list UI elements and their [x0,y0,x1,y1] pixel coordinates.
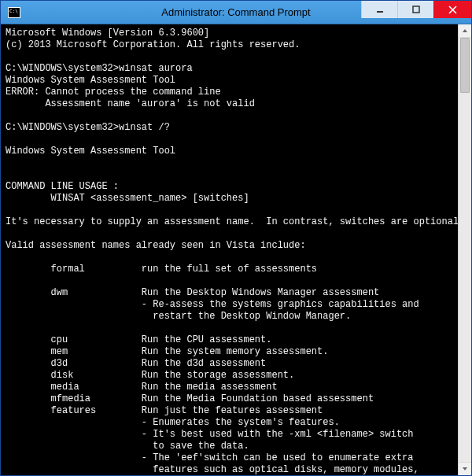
console-output[interactable]: Microsoft Windows [Version 6.3.9600] (c)… [1,24,458,475]
app-icon [6,4,23,21]
scroll-up-button[interactable] [459,24,471,38]
maximize-button[interactable] [397,1,433,18]
console-area: Microsoft Windows [Version 6.3.9600] (c)… [1,24,471,475]
svg-rect-0 [377,11,383,13]
scrollbar-track[interactable] [459,38,471,462]
minimize-button[interactable] [361,1,397,18]
titlebar[interactable]: Administrator: Command Prompt [1,1,471,24]
command-prompt-window: Administrator: Command Prompt Microsoft [0,0,472,476]
scrollbar-thumb[interactable] [460,38,470,93]
close-button[interactable] [433,1,471,18]
chevron-down-icon [462,466,468,472]
close-icon [448,6,457,14]
maximize-icon [412,6,420,13]
cmd-icon [8,7,20,18]
svg-rect-1 [413,6,419,13]
window-controls [361,1,471,24]
minimize-icon [376,6,384,13]
scroll-down-button[interactable] [459,462,471,475]
vertical-scrollbar[interactable] [458,24,471,475]
svg-marker-4 [463,29,467,32]
svg-marker-5 [463,467,467,470]
chevron-up-icon [462,28,468,34]
